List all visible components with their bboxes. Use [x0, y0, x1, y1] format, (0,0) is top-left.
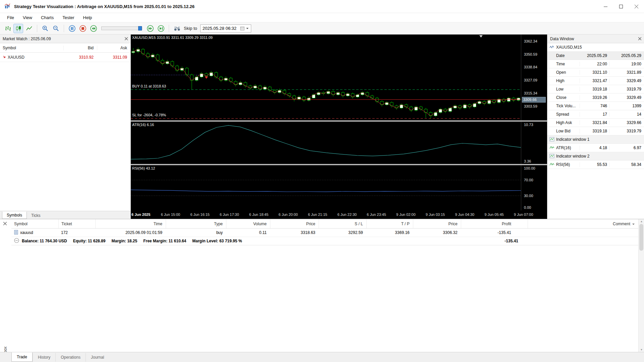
menu-item-charts[interactable]: Charts	[37, 14, 58, 21]
column-header-ticket[interactable]: Ticket	[58, 219, 95, 228]
data-window-row[interactable]: RSI(56)55.5358.34	[547, 161, 644, 169]
data-window-row[interactable]: High3321.473329.49	[547, 77, 644, 85]
market-watch-row[interactable]: XAUUSD3310.923311.09	[0, 53, 130, 62]
column-header-symbol[interactable]: Symbol	[11, 219, 58, 228]
rsi-chart-canvas[interactable]	[131, 165, 521, 210]
minimize-button[interactable]	[598, 0, 613, 13]
atr-chart-canvas[interactable]	[131, 122, 521, 164]
data-window-value-1: 4.18	[580, 145, 609, 150]
column-header-price[interactable]: Price	[270, 219, 319, 228]
trade-cell-comment	[528, 229, 638, 237]
data-window-row[interactable]: Time22:0019:00	[547, 60, 644, 68]
data-window-value-1: 2025.05.29	[580, 53, 609, 58]
data-window-row[interactable]: Low Bid3319.183319.79	[547, 127, 644, 135]
market-watch-tab-ticks[interactable]: Ticks	[27, 212, 45, 219]
menu-item-help[interactable]: Help	[79, 14, 97, 21]
toolbox-tab-history[interactable]: History	[33, 353, 55, 362]
data-window-value-2: 14	[609, 112, 644, 117]
data-window-close-button[interactable]	[638, 37, 641, 40]
data-window-row-label: High	[547, 78, 580, 83]
scroll-down-icon[interactable]: ▼	[639, 348, 644, 351]
price-scale[interactable]: 3309.66 3362.343350.593338.843327.093315…	[521, 35, 547, 120]
rewind-button[interactable]	[89, 24, 98, 33]
column-header-time[interactable]: Time	[95, 219, 166, 228]
toolbox-tab-journal[interactable]: Journal	[86, 353, 109, 362]
zoom-out-button[interactable]	[51, 24, 61, 33]
speed-slider-thumb[interactable]	[138, 26, 142, 31]
time-axis[interactable]: 6 Jun 20256 Jun 15:006 Jun 16:156 Jun 17…	[131, 210, 547, 219]
column-header-sl[interactable]: S / L	[319, 219, 366, 228]
data-window-value-2: 3329.66	[609, 120, 644, 125]
menu-item-view[interactable]: View	[18, 14, 37, 21]
trade-table-row[interactable]: xauusd1722025.06.09 01:01:59buy0.113318.…	[11, 229, 638, 237]
trade-cell-4: 0.11	[226, 229, 270, 237]
trade-cell-5: 3318.63	[270, 229, 319, 237]
price-axis-label: 3315.34	[524, 91, 537, 96]
price-chart-canvas[interactable]	[131, 35, 521, 120]
maximize-button[interactable]	[613, 0, 629, 13]
column-header-tp[interactable]: T / P	[366, 219, 413, 228]
stop-button[interactable]	[78, 24, 88, 33]
skip-to-end-button[interactable]	[156, 24, 166, 33]
scroll-up-icon[interactable]: ▲	[639, 220, 644, 223]
market-watch-tab-symbols[interactable]: Symbols	[2, 212, 27, 219]
toolbox-close-button[interactable]	[3, 222, 7, 226]
market-watch-tabs: SymbolsTicks	[0, 211, 130, 219]
scrollbar-thumb[interactable]	[639, 224, 643, 251]
data-window-row[interactable]: Tick Volu...7461399	[547, 102, 644, 110]
atr-axis-label: 3.36	[524, 159, 531, 164]
column-header-price[interactable]: Price	[413, 219, 461, 228]
toolbox-tab-trade[interactable]: Trade	[11, 352, 33, 362]
toolbox-scrollbar[interactable]: ▲ ▼	[638, 219, 644, 352]
data-window-row[interactable]: ATR(16)4.186.97	[547, 144, 644, 152]
indicator-window-icon	[549, 137, 554, 141]
chart-bars-button[interactable]	[3, 24, 12, 33]
data-window-row[interactable]: Close3319.263329.49	[547, 94, 644, 102]
toolbox-tab-operations[interactable]: Operations	[55, 353, 86, 362]
atr-scale[interactable]: 10.733.36	[521, 122, 547, 164]
data-window-row[interactable]: Indicator window 1	[547, 135, 644, 144]
price-down-arrow-icon	[3, 55, 6, 60]
time-axis-label: 6 Jun 2025	[131, 213, 150, 217]
skip-to-date-input[interactable]: 2025.05.28 06:32	[200, 24, 251, 33]
chart-line-button[interactable]	[24, 24, 34, 33]
fast-forward-button[interactable]	[145, 24, 155, 33]
filter-chevron-icon[interactable]	[630, 222, 635, 226]
chart-ohlc-header: XAUUSD,M15 3310.91 3311.61 3309.29 3311.…	[132, 36, 213, 40]
rsi-scale[interactable]: 100.0070.0030.000.00	[521, 165, 547, 210]
time-axis-label: 6 Jun 15:00	[161, 213, 180, 217]
data-window-row[interactable]: Date2025.05.292025.05.29	[547, 52, 644, 60]
speed-slider[interactable]	[101, 26, 142, 30]
collapse-circle-icon[interactable]	[11, 238, 22, 244]
chart-candles-button[interactable]	[13, 24, 23, 33]
balance-segment: Margin: 18.25	[111, 239, 137, 243]
data-window-row[interactable]: Indicator window 2	[547, 152, 644, 161]
menu-item-file[interactable]: File	[3, 14, 18, 21]
data-window-row[interactable]: XAUUSD,M15	[547, 43, 644, 52]
column-header-type[interactable]: Type	[166, 219, 226, 228]
data-window-row[interactable]: Open3321.103321.89	[547, 68, 644, 77]
price-axis-label: 3338.84	[524, 65, 537, 69]
skip-to-button[interactable]	[172, 24, 182, 33]
data-window-row[interactable]: High Ask3321.843329.66	[547, 119, 644, 127]
rsi-pane[interactable]: RSI(56) 43.12 100.0070.0030.000.00	[131, 165, 547, 210]
data-window-title: Data Window	[550, 37, 574, 41]
trade-cell-3: buy	[166, 229, 226, 237]
data-window-row[interactable]: Low3319.183319.79	[547, 85, 644, 94]
column-header-volume[interactable]: Volume	[226, 219, 270, 228]
price-pane[interactable]: XAUUSD,M15 3310.91 3311.61 3309.29 3311.…	[131, 35, 547, 120]
market-watch-close-button[interactable]	[125, 37, 128, 40]
data-window-value-1: 22:00	[580, 62, 609, 66]
data-window-value-2: 1399	[609, 104, 644, 108]
pause-button[interactable]	[67, 24, 77, 33]
menu-item-tester[interactable]: Tester	[58, 14, 78, 21]
atr-indicator-label: ATR(16) 6.16	[132, 123, 154, 127]
data-window-row-label: Spread	[547, 112, 580, 117]
zoom-in-button[interactable]	[40, 24, 50, 33]
column-header-profit[interactable]: Profit	[461, 219, 515, 228]
trade-cell-8: 3306.32	[413, 229, 461, 237]
column-header-comment[interactable]: Comment	[528, 219, 638, 228]
data-window-row[interactable]: Spread1714	[547, 110, 644, 119]
close-button[interactable]	[629, 0, 644, 13]
atr-pane[interactable]: ATR(16) 6.16 10.733.36	[131, 122, 547, 164]
